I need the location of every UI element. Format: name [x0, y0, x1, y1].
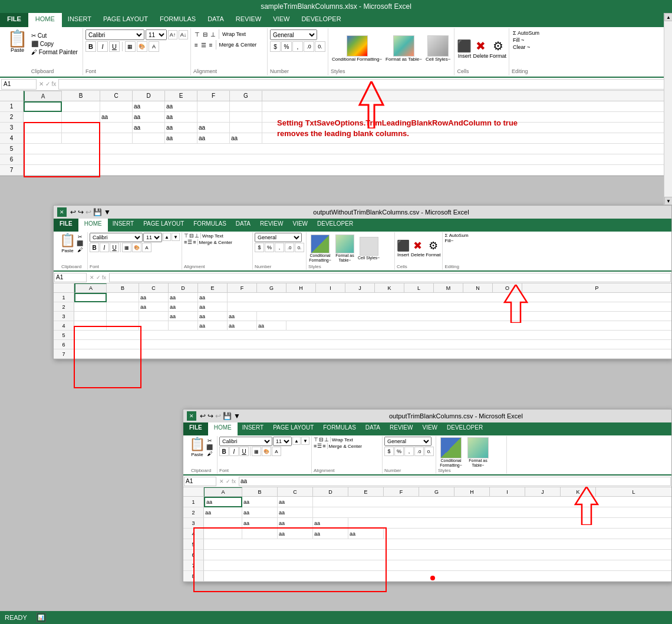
curr-2[interactable]: $: [255, 243, 264, 252]
size-3[interactable]: 11: [273, 437, 292, 446]
merge-3[interactable]: Merge & Center: [329, 443, 362, 449]
al-b-2[interactable]: ⊥: [195, 233, 199, 239]
al-m-3[interactable]: ⊟: [319, 437, 324, 443]
align-left-1[interactable]: ≡: [193, 41, 199, 49]
font-size-down-1[interactable]: A↓: [179, 30, 188, 39]
format-as-table-btn-1[interactable]: Format as Table~: [386, 57, 422, 62]
decimal-up-1[interactable]: .0: [304, 41, 314, 52]
tab-data-2[interactable]: DATA: [231, 219, 255, 232]
font-size-up-1[interactable]: A↑: [168, 30, 177, 39]
fcolor-3[interactable]: A: [272, 447, 281, 456]
autosum-btn-1[interactable]: Σ AutoSum: [512, 29, 554, 37]
fill-btn-1[interactable]: Fill ~: [512, 37, 554, 44]
merge-center-1[interactable]: Merge & Center: [218, 41, 258, 48]
fp-2[interactable]: 🖌: [77, 247, 83, 253]
delete-btn-1[interactable]: Delete: [473, 53, 488, 59]
tab-data-3[interactable]: DATA: [361, 422, 385, 435]
format-painter-1[interactable]: 🖌 Format Painter: [30, 48, 79, 56]
al-m-2[interactable]: ⊟: [189, 233, 194, 239]
wrap-text-1[interactable]: Wrap Text: [221, 31, 247, 38]
align-middle-1[interactable]: ⊟: [202, 31, 209, 38]
insert-2[interactable]: Insert: [397, 252, 409, 257]
al-b-3[interactable]: ⊥: [324, 437, 329, 443]
tab-review-1[interactable]: REVIEW: [230, 13, 267, 27]
align-top-1[interactable]: ⊤: [193, 31, 201, 38]
bold-3[interactable]: B: [219, 447, 229, 456]
fmt-table-2[interactable]: Format as Table~: [333, 253, 357, 262]
comma-3[interactable]: ,: [404, 447, 414, 456]
al-l-2[interactable]: ≡: [184, 239, 187, 245]
borders-2[interactable]: ▦: [122, 243, 131, 252]
merge-2[interactable]: Merge & Center: [199, 239, 232, 245]
fcolor-2[interactable]: A: [142, 243, 151, 252]
size-2[interactable]: 11: [143, 233, 162, 242]
cell-styles-2[interactable]: Cell Styles~: [358, 256, 380, 260]
percent-1[interactable]: %: [281, 41, 292, 52]
paste-btn-3[interactable]: 📋 Paste: [189, 437, 205, 457]
tab-review-3[interactable]: REVIEW: [385, 422, 417, 435]
cut-2[interactable]: ✂: [77, 234, 83, 240]
align-right-1[interactable]: ≡: [208, 41, 214, 49]
tab-formulas-2[interactable]: FORMULAS: [189, 219, 231, 232]
format-2[interactable]: Format: [426, 252, 440, 257]
fmt-table-3[interactable]: Format as Table~: [465, 458, 491, 467]
al-c-3[interactable]: ☰: [317, 443, 322, 449]
bold-2[interactable]: B: [90, 243, 99, 252]
underline-1[interactable]: U: [109, 41, 120, 52]
pct-2[interactable]: %: [265, 243, 274, 252]
autosum-2[interactable]: Σ AutoSum: [444, 233, 476, 238]
insert-btn-1[interactable]: Insert: [458, 53, 472, 59]
uline-3[interactable]: U: [239, 447, 249, 456]
comma-1[interactable]: ,: [292, 41, 303, 52]
tab-formulas-3[interactable]: FORMULAS: [318, 422, 361, 435]
al-t-3[interactable]: ⊤: [314, 437, 318, 443]
formula-input-1[interactable]: [58, 79, 671, 90]
fill-color-1[interactable]: 🎨: [137, 41, 147, 52]
sz-dn-2[interactable]: ▼: [172, 233, 180, 241]
uline-2[interactable]: U: [110, 243, 119, 252]
numformat-2[interactable]: General: [255, 233, 302, 242]
dU-3[interactable]: .0: [414, 447, 424, 456]
comma-2[interactable]: ,: [275, 243, 284, 252]
tab-home-1[interactable]: HOME: [28, 13, 62, 27]
name-box-2[interactable]: [54, 273, 87, 282]
paste-button-1[interactable]: 📋 Paste: [6, 29, 29, 54]
tab-file-2[interactable]: FILE: [54, 219, 78, 232]
align-bottom-1[interactable]: ⊥: [209, 31, 217, 38]
italic-3[interactable]: I: [229, 447, 239, 456]
font-color-1[interactable]: A: [149, 41, 159, 52]
align-center-1[interactable]: ☰: [200, 41, 207, 49]
copy-3[interactable]: ⬛: [206, 444, 213, 450]
italic-1[interactable]: I: [97, 41, 108, 52]
cell-styles-btn-1[interactable]: Cell Styles~: [426, 57, 450, 62]
tab-developer-2[interactable]: DEVELOPER: [312, 219, 358, 232]
al-t-2[interactable]: ⊤: [184, 233, 189, 239]
borders-3[interactable]: ▦: [252, 447, 261, 456]
al-r-2[interactable]: ≡: [193, 239, 196, 245]
bold-1[interactable]: B: [85, 41, 96, 52]
tab-view-1[interactable]: VIEW: [267, 13, 295, 27]
copy-button-1[interactable]: ⬛ Copy: [30, 40, 79, 48]
fill-b-2[interactable]: Fill~: [444, 238, 476, 243]
format-btn-1[interactable]: Format: [489, 53, 506, 59]
tab-pagelayout-3[interactable]: PAGE LAYOUT: [268, 422, 318, 435]
number-format-1[interactable]: General: [270, 29, 317, 40]
tab-home-3[interactable]: HOME: [208, 422, 238, 435]
pct-3[interactable]: %: [394, 447, 404, 456]
al-c-2[interactable]: ☰: [187, 239, 192, 245]
tab-view-3[interactable]: VIEW: [417, 422, 442, 435]
currency-1[interactable]: $: [270, 41, 281, 52]
tab-pagelayout-2[interactable]: PAGE LAYOUT: [139, 219, 189, 232]
font-size-1[interactable]: 11: [146, 29, 167, 40]
formula-input-3[interactable]: [239, 477, 671, 486]
curr-3[interactable]: $: [384, 447, 394, 456]
cut-3[interactable]: ✂: [206, 438, 213, 444]
delete-2[interactable]: Delete: [411, 252, 424, 257]
tab-view-2[interactable]: VIEW: [288, 219, 312, 232]
dU-2[interactable]: .0: [285, 243, 294, 252]
cut-button-1[interactable]: ✂ Cut: [30, 32, 79, 39]
tab-data-1[interactable]: DATA: [202, 13, 230, 27]
tab-insert-1[interactable]: INSERT: [62, 13, 97, 27]
clear-btn-1[interactable]: Clear ~: [512, 44, 554, 51]
paste-btn-2[interactable]: 📋 Paste: [60, 233, 75, 253]
